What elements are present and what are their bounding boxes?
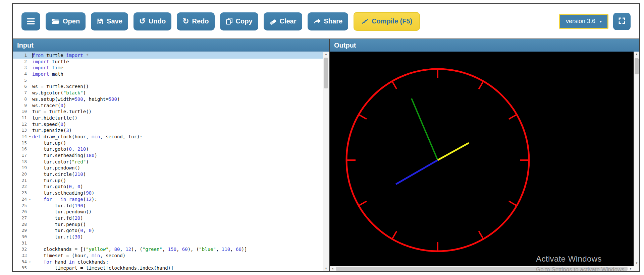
code-line[interactable]: 27 tur.fd(20) [13,215,323,221]
code-line[interactable]: 1from turtle import * [13,52,323,59]
code-line[interactable]: 28 tur.penup() [13,221,323,228]
copy-button[interactable]: Copy [220,12,258,30]
code-editor[interactable]: 1from turtle import *2import turtle3impo… [13,52,329,271]
scroll-up-icon[interactable]: ▲ [634,52,639,57]
code-text: clockhands = [("yellow", 80, 12), ("gree… [32,246,247,253]
code-line[interactable]: 31 [13,240,323,247]
compile-button[interactable]: Compile (F5) [354,12,420,31]
editor-scrollbar-thumb[interactable] [324,58,328,88]
scroll-up-icon[interactable]: ▲ [323,52,329,57]
code-line[interactable]: 10tur = turtle.Turtle() [13,109,323,115]
line-number[interactable]: 30 [13,234,32,240]
code-line[interactable]: 24▾ for _ in range(12): [13,196,323,203]
line-number[interactable]: 12 [13,121,32,128]
code-line[interactable]: 18 tur.color("red") [13,159,323,165]
line-number[interactable]: 33 [13,253,32,259]
scroll-down-icon[interactable]: ▼ [323,266,329,271]
code-line[interactable]: 16 tur.goto(0, 210) [13,146,323,152]
code-line[interactable]: 5 [13,77,323,84]
code-line[interactable]: 35 timepart = timeset[clockhands.index(h… [13,265,323,271]
fullscreen-button[interactable] [613,13,631,30]
open-button[interactable]: Open [46,12,86,30]
line-number[interactable]: 9 [13,102,32,109]
fold-icon[interactable]: ▾ [29,134,31,140]
line-number[interactable]: 3 [13,65,32,71]
version-select[interactable]: version 3.6 ▾ [559,14,608,29]
line-number[interactable]: 13 [13,127,32,134]
code-line[interactable]: 34▾ for hand in clockhands: [13,259,323,265]
line-number[interactable]: 20 [13,171,32,178]
code-line[interactable]: 20 tur.circle(210) [13,171,323,178]
line-number[interactable]: 6 [13,83,32,90]
line-number[interactable]: 4 [13,71,32,77]
code-line[interactable]: 12tur.speed(0) [13,121,323,128]
code-line[interactable]: 9ws.tracer(0) [13,102,323,109]
line-number[interactable]: 15 [13,140,32,146]
code-line[interactable]: 19 tur.pendown() [13,165,323,171]
code-line[interactable]: 4import math [13,71,323,77]
code-line[interactable]: 26 tur.pendown() [13,209,323,215]
line-number[interactable]: 18 [13,159,32,165]
undo-button[interactable]: ↺ Undo [133,12,171,30]
scroll-left-icon[interactable]: ◄ [330,266,335,271]
line-number[interactable]: 24▾ [13,196,32,203]
line-number[interactable]: 25 [13,203,32,209]
line-number[interactable]: 21 [13,178,32,184]
code-text: tur.setheading(180) [32,152,97,159]
scroll-right-icon[interactable]: ► [628,266,634,271]
code-line[interactable]: 15 tur.up() [13,140,323,146]
editor-vertical-scrollbar[interactable]: ▲ ▼ [323,52,329,271]
output-hscrollbar-thumb[interactable] [336,267,628,271]
line-number[interactable]: 32 [13,246,32,253]
line-number[interactable]: 2 [13,59,32,65]
code-line[interactable]: 8ws.setup(width=500, height=500) [13,96,323,102]
redo-button[interactable]: ↻ Redo [177,12,214,30]
line-number[interactable]: 27 [13,215,32,221]
scroll-down-icon[interactable]: ▼ [634,261,639,266]
fold-icon[interactable]: ▾ [29,196,31,203]
line-number[interactable]: 26 [13,209,32,215]
fold-icon[interactable]: ▾ [29,259,31,265]
code-line[interactable]: 6ws = turtle.Screen() [13,83,323,90]
line-number[interactable]: 16 [13,146,32,152]
output-vscrollbar-thumb[interactable] [635,58,639,74]
line-number[interactable]: 11 [13,115,32,121]
code-line[interactable]: 2import turtle [13,59,323,65]
line-number[interactable]: 17 [13,152,32,159]
code-line[interactable]: 25 tur.fd(190) [13,203,323,209]
code-line[interactable]: 29 tur.goto(0, 0) [13,227,323,234]
output-horizontal-scrollbar[interactable]: ◄ ► [330,266,634,271]
line-number[interactable]: 10 [13,109,32,115]
line-number[interactable]: 7 [13,90,32,96]
code-line[interactable]: 32 clockhands = [("yellow", 80, 12), ("g… [13,246,323,253]
code-line[interactable]: 11tur.hideturtle() [13,115,323,121]
output-vertical-scrollbar[interactable]: ▲ ▼ [634,52,639,266]
app-window: Open Save ↺ Undo ↻ Redo Copy [12,3,640,272]
line-number[interactable]: 28 [13,221,32,228]
code-line[interactable]: 22 tur.goto(0, 0) [13,184,323,190]
line-number[interactable]: 19 [13,165,32,171]
line-number[interactable]: 31 [13,240,32,247]
line-number[interactable]: 5 [13,77,32,84]
line-number[interactable]: 14▾ [13,134,32,140]
code-line[interactable]: 33 timeset = (hour, min, second) [13,253,323,259]
code-line[interactable]: 21 tur.up() [13,178,323,184]
line-number[interactable]: 34▾ [13,259,32,265]
code-line[interactable]: 13tur.pensize(3) [13,127,323,134]
line-number[interactable]: 29 [13,227,32,234]
line-number[interactable]: 23 [13,190,32,196]
code-line[interactable]: 14▾def draw_clock(hour, min, second, tur… [13,134,323,140]
code-line[interactable]: 30 tur.rt(30) [13,234,323,240]
line-number[interactable]: 35 [13,265,32,271]
code-line[interactable]: 7ws.bgcolor("black") [13,90,323,96]
share-button[interactable]: Share [308,12,348,30]
code-line[interactable]: 23 tur.setheading(90) [13,190,323,196]
clear-button[interactable]: Clear [264,12,302,30]
save-button[interactable]: Save [91,12,128,30]
line-number[interactable]: 8 [13,96,32,102]
line-number[interactable]: 1 [13,52,32,59]
menu-button[interactable] [21,12,40,30]
line-number[interactable]: 22 [13,184,32,190]
code-line[interactable]: 3import time [13,65,323,71]
code-line[interactable]: 17 tur.setheading(180) [13,152,323,159]
